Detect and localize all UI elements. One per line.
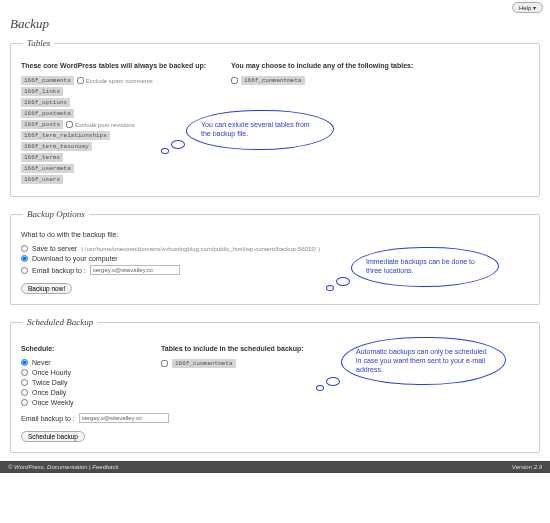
tables-fieldset: Tables These core WordPress tables will … <box>10 38 540 197</box>
table-name: 166f_options <box>21 98 70 107</box>
table-name: 166f_posts <box>21 120 63 129</box>
save-server-label: Save to server <box>32 245 77 252</box>
help-button[interactable]: Help ▾ <box>512 2 543 13</box>
table-name: 166f_term_relationships <box>21 131 110 140</box>
scheduled-email-label: Email backup to : <box>21 415 75 422</box>
annotation-bubble: Immediate backups can be done to three l… <box>351 247 499 287</box>
annotation-tail <box>316 385 324 391</box>
schedule-label: Never <box>32 359 51 366</box>
optional-tables-list: 166f_commentmeta <box>231 76 529 85</box>
email-radio[interactable] <box>21 267 28 274</box>
scheduled-email-input[interactable] <box>79 413 169 423</box>
email-input[interactable] <box>90 265 180 275</box>
table-name: 166f_usermeta <box>21 164 74 173</box>
exclude-spam-label: Exclude spam comments <box>86 78 153 84</box>
options-legend: Backup Options <box>23 209 89 219</box>
annotation-tail <box>336 277 350 286</box>
footer-version: Version 2.9 <box>512 464 542 470</box>
table-name: 166f_comments <box>21 76 74 85</box>
schedule-label: Twice Daily <box>32 379 67 386</box>
admin-footer: © WordPress. Documentation | Feedback Ve… <box>0 461 550 473</box>
exclude-revisions-label: Exclude post revisions <box>75 122 135 128</box>
annotation-tail <box>171 140 185 149</box>
schedule-radio[interactable] <box>21 399 28 406</box>
schedule-heading: Schedule: <box>21 345 141 352</box>
exclude-spam-checkbox[interactable] <box>77 77 84 84</box>
annotation-bubble: You can exlude several tables from the b… <box>186 110 334 150</box>
schedule-label: Once Weekly <box>32 399 74 406</box>
page-title: Backup <box>10 16 540 32</box>
schedule-radio[interactable] <box>21 389 28 396</box>
core-tables-list: 166f_commentsExclude spam comments 166f_… <box>21 76 211 184</box>
scheduled-table-checkbox[interactable] <box>161 360 168 367</box>
tables-legend: Tables <box>23 38 54 48</box>
table-name: 166f_term_taxonomy <box>21 142 92 151</box>
scheduled-fieldset: Scheduled Backup Schedule: Never Once Ho… <box>10 317 540 453</box>
annotation-tail <box>161 148 169 154</box>
schedule-radio[interactable] <box>21 379 28 386</box>
options-heading: What to do with the backup file: <box>21 231 529 238</box>
download-radio[interactable] <box>21 255 28 262</box>
options-fieldset: Backup Options What to do with the backu… <box>10 209 540 305</box>
table-name: 166f_links <box>21 87 63 96</box>
backup-now-button[interactable]: Backup now! <box>21 283 72 294</box>
core-tables-heading: These core WordPress tables will always … <box>21 62 211 69</box>
annotation-tail <box>326 285 334 291</box>
schedule-radio[interactable] <box>21 369 28 376</box>
exclude-revisions-checkbox[interactable] <box>66 121 73 128</box>
annotation-tail <box>326 377 340 386</box>
optional-tables-heading: You may choose to include any of the fol… <box>231 62 529 69</box>
table-name: 166f_postmeta <box>21 109 74 118</box>
schedule-label: Once Daily <box>32 389 66 396</box>
table-name: 166f_terms <box>21 153 63 162</box>
table-name: 166f_commentmeta <box>241 76 305 85</box>
table-name: 166f_users <box>21 175 63 184</box>
schedule-label: Once Hourly <box>32 369 71 376</box>
save-server-radio[interactable] <box>21 245 28 252</box>
email-label: Email backup to : <box>32 267 86 274</box>
schedule-radio[interactable] <box>21 359 28 366</box>
schedule-backup-button[interactable]: Schedule backup <box>21 431 85 442</box>
save-server-path: ( /usr/home/onestnet/domains/svhostingbl… <box>81 246 320 252</box>
footer-left: © WordPress. Documentation | Feedback <box>8 464 119 470</box>
optional-table-checkbox[interactable] <box>231 77 238 84</box>
scheduled-legend: Scheduled Backup <box>23 317 97 327</box>
table-name: 166f_commentmeta <box>172 359 236 368</box>
download-label: Download to your computer <box>32 255 118 262</box>
